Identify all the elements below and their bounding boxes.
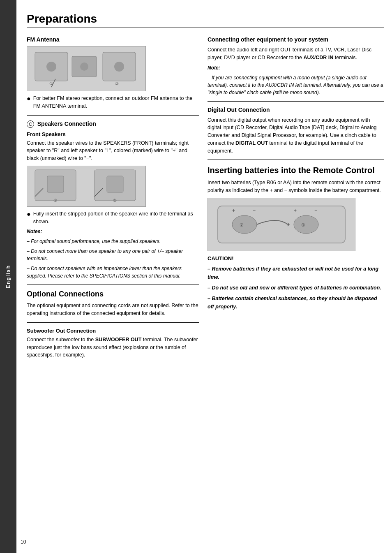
right-column: Connecting other equipment to your syste… [208, 36, 384, 361]
svg-text:②: ② [113, 198, 117, 203]
speakers-diagram-image: ① ② [27, 166, 146, 207]
inserting-batteries-text: Insert two batteries (Type R06 or AA) in… [208, 179, 384, 194]
notes-label: Notes: [27, 228, 199, 235]
two-column-layout: FM Antenna ① ② [27, 36, 384, 361]
subwoofer-text: Connect the subwoofer to the SUBWOOFER O… [27, 336, 199, 359]
svg-point-3 [46, 62, 56, 72]
svg-text:①: ① [53, 198, 57, 203]
connecting-equipment-text: Connect the audio left and right OUT ter… [208, 46, 384, 62]
note-label-right: Note: [208, 64, 384, 72]
svg-text:+: + [232, 208, 235, 213]
front-speakers-text: Connect the speaker wires to the SPEAKER… [27, 139, 199, 162]
bullet-icon: ● [27, 95, 31, 110]
note1: – For optimal sound performance, use the… [27, 238, 199, 245]
divider-1 [27, 115, 199, 116]
fm-antenna-title: FM Antenna [27, 36, 199, 43]
page-title: Preparations [27, 12, 384, 28]
digital-out-text: Connect this digital output when recordi… [208, 116, 384, 155]
divider-right-2 [208, 160, 384, 160]
subwoofer-title: Subwoofer Out Connection [27, 328, 199, 334]
svg-point-18 [232, 215, 257, 234]
sidebar: English [0, 0, 16, 553]
svg-text:+: + [294, 208, 297, 213]
bullet-icon-2: ● [27, 210, 31, 226]
left-column: FM Antenna ① ② [27, 36, 199, 361]
fm-antenna-image: ① ② [27, 46, 146, 91]
optional-connections-text: The optional equipment and connecting co… [27, 302, 199, 317]
sidebar-language-label: English [5, 265, 11, 288]
caution-text-1: – Remove batteries if they are exhausted… [208, 265, 384, 281]
caution-label: CAUTION! [208, 255, 384, 263]
connecting-equipment-title: Connecting other equipment to your syste… [208, 36, 384, 43]
divider-3 [27, 322, 199, 323]
page: English Preparations FM Antenna ① [0, 0, 392, 553]
page-number: 10 [21, 539, 26, 545]
svg-text:①: ① [301, 222, 305, 227]
divider-2 [27, 285, 199, 285]
svg-point-20 [294, 215, 318, 234]
svg-text:②: ② [115, 81, 119, 86]
main-content: Preparations FM Antenna ① ② [16, 0, 392, 553]
svg-text:−: − [253, 208, 256, 213]
fm-antenna-bullet: ● For better FM stereo reception, connec… [27, 95, 199, 110]
inserting-batteries-title: Inserting batteries into the Remote Cont… [208, 165, 384, 176]
speakers-connection-header: C Speakers Connection [27, 120, 199, 128]
note2: – Do not connect more than one speaker t… [27, 248, 199, 262]
svg-text:−: − [314, 208, 317, 213]
battery-diagram-image: ② ① + − + − [208, 198, 355, 251]
svg-point-4 [80, 62, 88, 71]
divider-right-1 [208, 101, 384, 102]
fully-insert-bullet: ● Fully insert the stripped portion of t… [27, 210, 199, 226]
caution-text-2: – Do not use old and new or different ty… [208, 284, 384, 292]
inserting-batteries-section: Inserting batteries into the Remote Cont… [208, 165, 384, 311]
note3: – Do not connect speakers with an impeda… [27, 265, 199, 280]
svg-rect-11 [47, 176, 64, 192]
digital-out-title: Digital Out Connection [208, 106, 384, 113]
svg-rect-12 [107, 176, 123, 192]
optional-connections-title: Optional Connections [27, 290, 199, 298]
speakers-connection-title: Speakers Connection [37, 120, 96, 127]
svg-point-5 [114, 62, 124, 72]
connecting-note: – If you are connecting equipment with a… [208, 74, 384, 96]
caution-text-3: – Batteries contain chemical substances,… [208, 294, 384, 311]
front-speakers-title: Front Speakers [27, 131, 199, 137]
circle-c-icon: C [27, 120, 34, 128]
svg-text:②: ② [240, 222, 244, 227]
